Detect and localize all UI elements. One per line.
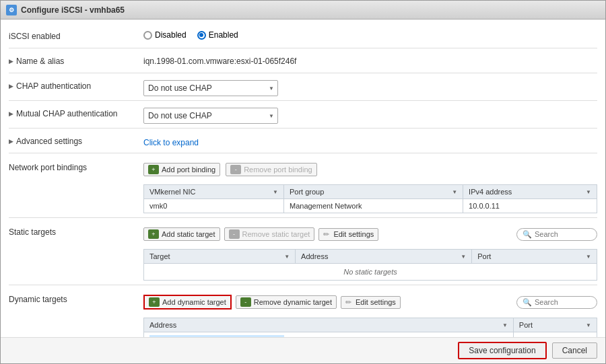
title-bar: ⚙ Configure iSCSI - vmhba65 — [1, 1, 605, 20]
dynamic-targets-row: Dynamic targets + Add dynamic target - R… — [1, 287, 605, 337]
static-search-icon: 🔍 — [523, 230, 532, 239]
divider-4 — [9, 128, 597, 129]
window-icon: ⚙ — [6, 5, 17, 15]
mutual-chap-label[interactable]: Mutual CHAP authentication — [9, 105, 143, 118]
disabled-label: Disabled — [155, 30, 187, 40]
ipv4-header[interactable]: IPv4 address ▼ — [463, 185, 597, 199]
name-alias-label[interactable]: Name & alias — [9, 52, 143, 66]
iqn-value: iqn.1998-01.com.vmware:esxi-01-065f246f — [143, 55, 296, 66]
port-binding-actions: + Add port binding - Remove port binding — [143, 160, 597, 179]
cancel-button[interactable]: Cancel — [552, 342, 597, 359]
remove-port-icon: - — [230, 165, 241, 174]
mutual-chap-row: Mutual CHAP authentication Do not use CH… — [1, 102, 605, 126]
iscsi-enabled-row: iSCSI enabled Disabled Enabled — [1, 25, 605, 46]
port-header-static[interactable]: Port ▼ — [472, 250, 597, 264]
name-alias-value: iqn.1998-01.com.vmware:esxi-01-065f246f — [143, 52, 597, 66]
static-search-input[interactable] — [535, 230, 588, 238]
add-static-target-button[interactable]: + Add static target — [143, 227, 220, 241]
static-targets-table: Target ▼ Address ▼ — [143, 249, 597, 281]
advanced-value: Click to expand — [143, 133, 597, 147]
edit-dynamic-icon: ✏ — [345, 298, 351, 307]
window-title: Configure iSCSI - vmhba65 — [21, 5, 125, 15]
dynamic-target-row[interactable]: 3260 — [144, 332, 597, 338]
remove-static-target-button[interactable]: - Remove static target — [224, 227, 315, 241]
divider-5 — [9, 153, 597, 153]
target-sort-icon: ▼ — [284, 254, 290, 260]
disabled-radio-circle[interactable] — [143, 31, 152, 40]
dynamic-search-box: 🔍 — [516, 296, 597, 309]
divider-3 — [9, 100, 597, 101]
enabled-radio-circle[interactable] — [197, 31, 206, 40]
port-dynamic-sort-icon: ▼ — [586, 322, 591, 328]
iscsi-radio-group: Disabled Enabled — [143, 30, 238, 40]
no-static-message: No static targets — [144, 264, 597, 281]
footer: Save configuration Cancel — [1, 337, 605, 363]
dynamic-targets-label: Dynamic targets — [9, 289, 143, 304]
edit-settings-static-button[interactable]: ✏ Edit settings — [318, 228, 378, 241]
enabled-label: Enabled — [209, 30, 238, 40]
divider-2 — [9, 73, 597, 73]
advanced-row: Advanced settings Click to expand — [1, 130, 605, 151]
target-header[interactable]: Target ▼ — [144, 250, 296, 264]
mutual-chap-value: Do not use CHAP Use CHAP unless prohibit… — [143, 105, 597, 124]
no-static-targets-row: No static targets — [144, 264, 597, 281]
chap-auth-row: CHAP authentication Do not use CHAP Use … — [1, 75, 605, 99]
divider-7 — [9, 285, 597, 285]
dynamic-search-icon: 🔍 — [523, 298, 532, 307]
network-bindings-row: Network port bindings + Add port binding… — [1, 155, 605, 216]
edit-static-icon: ✏ — [323, 230, 329, 239]
address-static-sort-icon: ▼ — [461, 254, 466, 260]
address-dynamic-sort-icon: ▼ — [502, 322, 508, 328]
disabled-radio-item[interactable]: Disabled — [143, 30, 187, 40]
network-bindings-content: + Add port binding - Remove port binding — [143, 157, 597, 213]
chap-select[interactable]: Do not use CHAP Use CHAP unless prohibit… — [143, 80, 278, 96]
chap-auth-label[interactable]: CHAP authentication — [9, 77, 143, 91]
dynamic-port-cell: 3260 — [513, 332, 597, 338]
chap-select-wrapper: Do not use CHAP Use CHAP unless prohibit… — [143, 80, 278, 96]
ipv4-sort-icon: ▼ — [586, 189, 591, 195]
port-static-sort-icon: ▼ — [586, 254, 591, 260]
static-targets-content: + Add static target - Remove static targ… — [143, 222, 597, 281]
mutual-chap-select-wrapper: Do not use CHAP Use CHAP unless prohibit… — [143, 108, 278, 124]
add-static-icon: + — [148, 229, 159, 239]
network-bindings-label: Network port bindings — [9, 157, 143, 172]
portgroup-sort-icon: ▼ — [452, 189, 457, 195]
address-header-dynamic[interactable]: Address ▼ — [144, 318, 514, 332]
table-row[interactable]: vmk0 Management Network 10.0.0.11 — [144, 199, 597, 213]
iscsi-enabled-value: Disabled Enabled — [143, 28, 597, 40]
dynamic-search-input[interactable] — [535, 298, 588, 306]
remove-port-binding-button[interactable]: - Remove port binding — [226, 163, 317, 176]
enabled-radio-item[interactable]: Enabled — [197, 30, 238, 40]
add-dynamic-icon: + — [149, 297, 160, 307]
add-dynamic-btn-wrapper: + Add dynamic target — [143, 295, 232, 310]
save-configuration-button[interactable]: Save configuration — [458, 342, 546, 359]
remove-dynamic-target-button[interactable]: - Remove dynamic target — [236, 295, 337, 309]
port-header-dynamic[interactable]: Port ▼ — [513, 318, 597, 332]
nic-header[interactable]: VMkernel NIC ▼ — [144, 185, 284, 199]
form-content: iSCSI enabled Disabled Enabled Name & — [1, 20, 605, 337]
nic-sort-icon: ▼ — [273, 189, 278, 195]
mutual-chap-select[interactable]: Do not use CHAP Use CHAP unless prohibit… — [143, 108, 278, 124]
configure-iscsi-window: ⚙ Configure iSCSI - vmhba65 iSCSI enable… — [0, 0, 606, 364]
portgroup-cell: Management Network — [283, 199, 463, 213]
add-port-icon: + — [148, 165, 159, 174]
static-target-actions: + Add static target - Remove static targ… — [143, 225, 597, 244]
address-header-static[interactable]: Address ▼ — [296, 250, 472, 264]
dynamic-address-cell — [144, 332, 514, 338]
add-dynamic-target-button[interactable]: + Add dynamic target — [145, 296, 230, 308]
click-to-expand[interactable]: Click to expand — [143, 135, 199, 147]
dynamic-targets-content: + Add dynamic target - Remove dynamic ta… — [143, 289, 597, 337]
name-alias-row: Name & alias iqn.1998-01.com.vmware:esxi… — [1, 50, 605, 71]
static-targets-row: Static targets + Add static target - Rem… — [1, 219, 605, 283]
static-search-box: 🔍 — [516, 228, 597, 241]
iscsi-enabled-label: iSCSI enabled — [9, 28, 143, 41]
advanced-label[interactable]: Advanced settings — [9, 133, 143, 146]
add-port-binding-button[interactable]: + Add port binding — [143, 163, 220, 176]
remove-static-icon: - — [229, 229, 240, 239]
portgroup-header[interactable]: Port group ▼ — [283, 185, 463, 199]
edit-settings-dynamic-button[interactable]: ✏ Edit settings — [341, 296, 401, 309]
divider-6 — [9, 217, 597, 218]
port-bindings-table: VMkernel NIC ▼ Port group ▼ — [143, 184, 597, 213]
dynamic-target-actions: + Add dynamic target - Remove dynamic ta… — [143, 292, 597, 312]
chap-auth-value: Do not use CHAP Use CHAP unless prohibit… — [143, 77, 597, 96]
